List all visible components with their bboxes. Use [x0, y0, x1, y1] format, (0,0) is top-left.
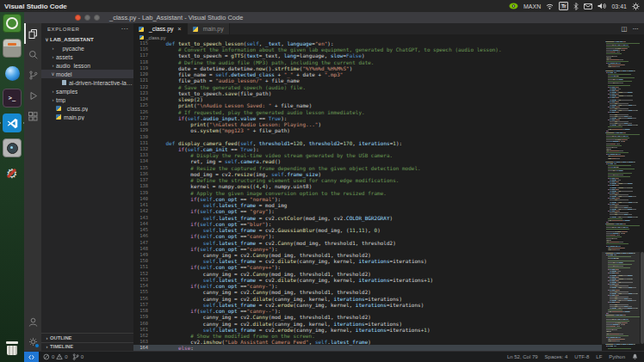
- clock[interactable]: 03:41: [611, 3, 627, 9]
- code-line-141[interactable]: 141 self.latest_frame = mod_img: [133, 202, 602, 208]
- code-line-145[interactable]: 145 self.latest_frame = cv2.GaussianBlur…: [133, 227, 602, 233]
- code-line-156[interactable]: 156 canny_img = cv2.dilate(canny_img, ke…: [133, 296, 602, 302]
- tree-item-audio-lesson[interactable]: ›audio_lesson: [41, 61, 133, 70]
- minimap[interactable]: [602, 40, 640, 351]
- problems-indicator[interactable]: 0 0: [43, 353, 68, 360]
- code-line-128[interactable]: 128 print("\nLatest Audio Lesson: Playin…: [133, 121, 602, 127]
- code-line-146[interactable]: 146 if(self.con_opt =="canny"):: [133, 233, 602, 239]
- trash-icon[interactable]: [3, 340, 22, 359]
- tree-item-lab-assistant[interactable]: ∨LAB_ASSISTANT: [41, 34, 133, 44]
- volume-icon[interactable]: [598, 3, 606, 9]
- camera-app-icon[interactable]: [3, 138, 22, 157]
- code-line-157[interactable]: 157 self.latest_frame = cv2.erode(canny_…: [133, 302, 602, 308]
- close-window-button[interactable]: [75, 15, 81, 21]
- window-titlebar[interactable]: _class.py - Lab_Assistant - Visual Studi…: [24, 12, 644, 23]
- code-line-132[interactable]: 132 if(self.cam_init == True):: [133, 146, 602, 152]
- code-line-160[interactable]: 160 canny_img = cv2.dilate(canny_img, ke…: [133, 321, 602, 327]
- code-line-142[interactable]: 142 if(self.con_opt == "gray"):: [133, 208, 602, 214]
- tab-main-py[interactable]: main.py: [188, 23, 230, 34]
- tree-item-tmp[interactable]: ›tmp: [41, 95, 133, 104]
- outline-section[interactable]: › OUTLINE: [41, 333, 133, 342]
- code-line-154[interactable]: 154 if(self.con_opt =="canny-"):: [133, 283, 602, 289]
- code-line-152[interactable]: 152 canny_img = cv2.Canny(mod_img, thres…: [133, 271, 602, 277]
- tree-item--pycache-[interactable]: ›__pycache__: [41, 44, 133, 52]
- file-manager-icon[interactable]: [3, 39, 22, 58]
- code-line-121[interactable]: 121 file_path = "audio_lesson/" + file_n…: [133, 77, 602, 83]
- code-line-139[interactable]: 139 # Apply the given image conversion o…: [133, 190, 602, 196]
- code-line-150[interactable]: 150 self.latest_frame = cv2.dilate(canny…: [133, 258, 602, 264]
- code-line-129[interactable]: 129 os.system("mpg123 " + file_path): [133, 127, 602, 133]
- bluetooth-icon[interactable]: [573, 3, 579, 10]
- fork-indicator[interactable]: 0: [72, 353, 84, 360]
- source-control-activity-icon[interactable]: [24, 64, 41, 85]
- maximize-window-button[interactable]: [94, 15, 100, 21]
- timeline-section[interactable]: › TIMELINE: [41, 342, 133, 352]
- indentation-setting[interactable]: Spaces: 4: [545, 354, 568, 359]
- code-line-155[interactable]: 155 canny_img = cv2.Canny(mod_img, thres…: [133, 289, 602, 295]
- tree-item-ai-driven-interactive-lab-assistant-[interactable]: ai-driven-interactive-lab-assistant-...: [41, 78, 133, 87]
- run-debug-activity-icon[interactable]: [24, 85, 41, 106]
- language-mode[interactable]: Python: [609, 354, 625, 359]
- code-line-159[interactable]: 159 canny_img = cv2.Canny(mod_img, thres…: [133, 314, 602, 320]
- code-line-162[interactable]: 162 # Show the modified frame on the scr…: [133, 333, 602, 339]
- code-line-149[interactable]: 149 canny_img = cv2.Canny(mod_img, thres…: [133, 252, 602, 258]
- explorer-activity-icon[interactable]: [24, 23, 41, 44]
- more-actions-icon[interactable]: ⋯: [633, 25, 640, 33]
- code-line-131[interactable]: 131 def display_camera_feed(self, thresh…: [133, 140, 602, 146]
- encoding-setting[interactable]: UTF-8: [574, 354, 589, 359]
- code-line-124[interactable]: 124 sleep(2): [133, 96, 602, 102]
- editor-scrollbar[interactable]: [640, 40, 644, 351]
- wifi-icon[interactable]: [546, 3, 554, 9]
- code-line-153[interactable]: 153 self.latest_frame = cv2.dilate(canny…: [133, 277, 602, 283]
- code-line-143[interactable]: 143 self.latest_frame = cv2.cvtColor(mod…: [133, 215, 602, 221]
- code-line-127[interactable]: 127 if(self.audio_input.value == True):: [133, 115, 602, 121]
- minimize-window-button[interactable]: [84, 15, 90, 21]
- code-line-137[interactable]: 137 # Define the structuring element use…: [133, 177, 602, 183]
- search-activity-icon[interactable]: [24, 44, 41, 64]
- code-line-134[interactable]: 134 ret, img = self.camera.read(): [133, 158, 602, 164]
- code-line-116[interactable]: 116 # Convert the information about the …: [133, 46, 602, 52]
- nvidia-gpu-icon[interactable]: [509, 3, 518, 9]
- system-tools-icon[interactable]: ⚙: [3, 163, 22, 182]
- code-line-164[interactable]: 164 else:: [133, 345, 602, 351]
- code-line-123[interactable]: 123 text_to_speech.save(file_path): [133, 90, 602, 96]
- code-line-122[interactable]: 122 # Save the generated speech (audio) …: [133, 84, 602, 90]
- code-line-135[interactable]: 135 # Resize the captured frame dependin…: [133, 165, 602, 171]
- explorer-more-actions-icon[interactable]: ⋯: [121, 26, 128, 33]
- close-tab-icon[interactable]: ×: [177, 26, 181, 33]
- code-line-148[interactable]: 148 if(self.con_opt =="canny+"):: [133, 246, 602, 252]
- tree-item-main-py[interactable]: main.py: [41, 113, 133, 121]
- session-gear-icon[interactable]: [632, 3, 640, 10]
- code-line-118[interactable]: 118 # Define the audio file (MP3) path, …: [133, 59, 602, 65]
- browser-icon[interactable]: [3, 64, 22, 83]
- code-line-140[interactable]: 140 if(self.con_opt == "normal"):: [133, 196, 602, 202]
- code-line-163[interactable]: 163 cv2.imshow("Lab Assistant Camera Fee…: [133, 339, 602, 345]
- code-line-144[interactable]: 144 if(self.con_opt =="blur"):: [133, 221, 602, 227]
- cursor-position[interactable]: Ln 52, Col 79: [507, 354, 538, 359]
- code-line-117[interactable]: 117 text_to_speech = gTTS(text=_text, la…: [133, 52, 602, 58]
- extensions-activity-icon[interactable]: [24, 106, 41, 126]
- ubuntu-launcher-icon[interactable]: [3, 14, 22, 33]
- remote-indicator[interactable]: [24, 352, 39, 362]
- split-editor-icon[interactable]: ◫: [621, 25, 627, 33]
- code-line-126[interactable]: 126 # If requested, play the generated a…: [133, 109, 602, 115]
- code-line-130[interactable]: 130: [133, 134, 602, 140]
- tab-class-py[interactable]: _class.py ×: [133, 23, 188, 34]
- keyboard-layout-indicator[interactable]: Tr: [559, 2, 568, 10]
- gpu-mode-label[interactable]: MAXN: [523, 3, 541, 9]
- code-line-147[interactable]: 147 self.latest_frame = cv2.Canny(mod_im…: [133, 240, 602, 246]
- scrollbar-thumb[interactable]: [641, 252, 644, 344]
- code-line-136[interactable]: 136 mod_img = cv2.resize(img, self.frame…: [133, 171, 602, 177]
- tree-item--class-py[interactable]: _class.py: [41, 104, 133, 113]
- code-line-161[interactable]: 161 self.latest_frame = cv2.erode(canny_…: [133, 327, 602, 333]
- code-line-133[interactable]: 133 # Display the real-time video stream…: [133, 152, 602, 158]
- minimap-slider[interactable]: [602, 252, 640, 344]
- eol-setting[interactable]: LF: [596, 354, 602, 359]
- tree-item-model[interactable]: ∨model: [41, 70, 133, 78]
- account-icon[interactable]: [24, 311, 41, 332]
- tree-item-samples[interactable]: ›samples: [41, 87, 133, 95]
- vscode-dock-icon[interactable]: [3, 114, 22, 132]
- tree-item-assets[interactable]: ›assets: [41, 52, 133, 61]
- code-line-138[interactable]: 138 kernel = numpy.ones((4,4), numpy.uin…: [133, 183, 602, 189]
- code-line-115[interactable]: 115 def text_to_speech_lesson(self, _tex…: [133, 40, 602, 46]
